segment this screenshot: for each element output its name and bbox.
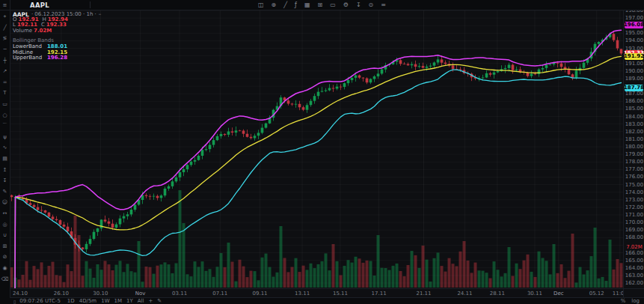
brush-icon[interactable]: ✎: [0, 186, 10, 198]
line-tool-icon[interactable]: ╱: [283, 2, 287, 8]
price-chart-canvas[interactable]: [10, 10, 623, 288]
more-menu-icon[interactable]: ≡: [381, 2, 386, 8]
screenshot-icon[interactable]: ⊙: [369, 2, 374, 8]
time-axis-label: 28.11: [490, 291, 505, 297]
crosshair-icon[interactable]: ⌖: [0, 11, 10, 22]
status-bar: ▯ 09:07:26 UTC-5 1D4D/5m1W1M1YAll + ✎ % …: [10, 297, 644, 304]
price-axis-label: 179.00: [624, 151, 644, 157]
price-axis-label: 182.00: [624, 129, 644, 135]
time-axis-label: 07.11: [212, 291, 227, 297]
horizontal-line-icon[interactable]: ─: [0, 44, 10, 55]
toolbar-icon-group: ◫⊕╱ƒ▦⊞▭⚙↧⊙≡: [0, 0, 644, 10]
legend-collapse-icon[interactable]: –: [99, 12, 102, 17]
object-tree-icon[interactable]: ⊞: [0, 240, 10, 252]
emoji-icon[interactable]: ☺: [0, 197, 10, 208]
range-button-4d5m[interactable]: 4D/5m: [79, 298, 96, 304]
time-axis-label: 24.11: [457, 291, 472, 297]
indicator-row-value: 188.01: [47, 44, 67, 49]
indicator-row-label: LowerBand: [13, 44, 47, 49]
volume-value: 7.02M: [34, 28, 52, 34]
price-axis[interactable]: 198.00197.00195.00194.00193.00191.00190.…: [623, 10, 644, 288]
add-range-button[interactable]: +: [148, 298, 153, 304]
mid-band-badge: 191.92: [625, 53, 643, 60]
zigzag-icon[interactable]: ∿: [0, 142, 10, 153]
time-axis-label: Nov: [135, 291, 146, 297]
cross-line-icon[interactable]: ┼: [0, 55, 10, 66]
price-axis-label: 164.00: [624, 265, 644, 271]
parallel-channel-icon[interactable]: ═: [0, 77, 10, 88]
price-axis-label: 168.00: [624, 234, 644, 240]
arc-icon[interactable]: ⌒: [0, 121, 10, 132]
price-axis-label: 186.00: [624, 98, 644, 104]
price-axis-label: 173.00: [624, 197, 644, 203]
log-scale-toggle[interactable]: log: [631, 298, 640, 304]
indicator-row-label: UpperBand: [13, 55, 47, 61]
edit-range-icon[interactable]: ✎: [157, 298, 162, 304]
chart-settings-icon[interactable]: ⚙: [343, 2, 349, 8]
magnet-icon[interactable]: ∪: [0, 230, 10, 241]
chart-pane[interactable]: AAPL · 06.12.2023 15:00 · 1h · – O 192.9…: [10, 10, 623, 288]
zoom-icon[interactable]: ◎: [0, 219, 10, 230]
price-axis-label: 197.00: [624, 15, 644, 21]
indicator-values: LowerBand188.01MidLine192.15UpperBand196…: [13, 44, 101, 61]
range-button-1d[interactable]: 1D: [67, 298, 75, 304]
price-axis-label: 190.00: [624, 68, 644, 74]
panels-icon[interactable]: ▭: [330, 2, 336, 8]
range-buttons: 1D4D/5m1W1M1YAll: [67, 298, 149, 304]
range-button-1w[interactable]: 1W: [101, 298, 109, 304]
range-button-1y[interactable]: 1Y: [126, 298, 133, 304]
upper-band-badge: 196.08: [625, 22, 643, 28]
short-position-icon[interactable]: ↧: [0, 175, 10, 186]
price-axis-label: 172.00: [624, 204, 644, 210]
indicators-icon[interactable]: ƒ: [295, 2, 297, 8]
price-axis-label: 195.00: [624, 30, 644, 36]
time-axis-label: 26.10: [54, 291, 69, 297]
top-toolbar: ≡ AAPL ◫⊕╱ƒ▦⊞▭⚙↧⊙≡: [0, 0, 644, 10]
pattern-icon[interactable]: ▤: [0, 153, 10, 165]
price-axis-label: 189.00: [624, 76, 644, 82]
time-axis-label: 21.11: [416, 291, 431, 297]
percent-scale-toggle[interactable]: %: [621, 298, 626, 304]
export-icon[interactable]: ↧: [356, 2, 361, 8]
fib-retracement-icon[interactable]: ≶: [0, 33, 10, 44]
time-axis-label: 03.11: [172, 291, 187, 297]
long-position-icon[interactable]: ↥: [0, 164, 10, 175]
time-axis-label: 17.11: [372, 291, 387, 297]
text-icon[interactable]: T: [0, 88, 10, 99]
remove-all-icon[interactable]: ⌫: [0, 273, 10, 285]
chart-style-icon[interactable]: ◫: [258, 2, 264, 8]
lower-band-badge: 187.78: [625, 85, 643, 91]
indicator-legend: Bollinger Bands LowerBand188.01MidLine19…: [13, 38, 101, 61]
ellipse-icon[interactable]: ○: [0, 109, 10, 121]
price-axis-label: 171.00: [624, 212, 644, 218]
price-axis-label: 170.00: [624, 219, 644, 225]
measure-icon[interactable]: ↔: [0, 208, 10, 219]
lock-all-icon[interactable]: ⊘: [0, 252, 10, 263]
compare-icon[interactable]: ⊕: [272, 2, 277, 8]
price-axis-label: 176.00: [624, 174, 644, 180]
layout-icon[interactable]: ⊞: [317, 2, 322, 8]
trend-line-icon[interactable]: ╱: [0, 22, 10, 34]
price-axis-label: 187.00: [624, 91, 644, 97]
arrow-icon[interactable]: ↗: [0, 66, 10, 77]
clock-label: 09:07:26 UTC-5: [19, 298, 61, 304]
price-axis-label: 191.00: [624, 61, 644, 67]
price-axis-label: 177.00: [624, 166, 644, 172]
hide-all-icon[interactable]: ◉: [0, 263, 10, 274]
price-axis-label: 181.00: [624, 136, 644, 142]
trading-chart-app: ≡ AAPL ◫⊕╱ƒ▦⊞▭⚙↧⊙≡ ⌖╱≶─┼↗═T▭○⌒ψ∿▤↥↧✎☺↔◎∪…: [0, 0, 644, 304]
templates-icon[interactable]: ▦: [304, 2, 310, 8]
time-axis-label: Dec: [553, 291, 564, 297]
range-button-all[interactable]: All: [138, 298, 144, 304]
range-button-1m[interactable]: 1M: [114, 298, 123, 304]
chart-legend: AAPL · 06.12.2023 15:00 · 1h · – O 192.9…: [13, 12, 101, 61]
price-axis-label: 163.00: [624, 273, 644, 279]
legend-volume-row: Volume 7.02M: [13, 28, 101, 34]
drawing-toolbar: ⌖╱≶─┼↗═T▭○⌒ψ∿▤↥↧✎☺↔◎∪⊞⊘◉⌫: [0, 10, 10, 304]
volume-label: Volume: [13, 28, 32, 34]
time-axis-label: 30.11: [527, 291, 542, 297]
pitchfork-icon[interactable]: ψ: [0, 132, 10, 143]
rectangle-icon[interactable]: ▭: [0, 99, 10, 110]
price-axis-label: 162.00: [624, 280, 644, 286]
volume-axis-label: 7.02M: [624, 244, 644, 250]
